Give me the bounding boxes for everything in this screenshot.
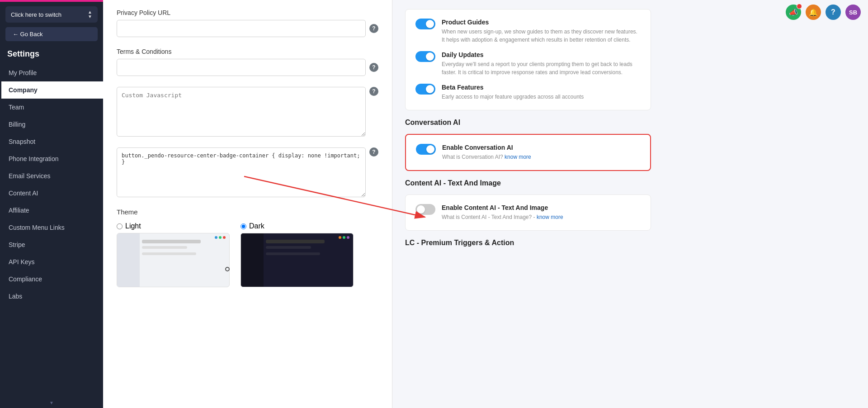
theme-dark-label: Dark: [249, 222, 264, 230]
sidebar-item-my-profile[interactable]: My Profile: [0, 64, 103, 81]
avatar-button[interactable]: SB: [845, 5, 861, 20]
center-column: Privacy Policy URL ? Terms & Conditions …: [103, 0, 392, 408]
beta-features-toggle[interactable]: [415, 84, 435, 95]
conversation-ai-toggle[interactable]: [416, 144, 436, 155]
megaphone-button[interactable]: 📣: [786, 5, 801, 20]
daily-updates-toggle-track[interactable]: [415, 51, 435, 62]
sidebar-item-content-ai[interactable]: Content AI: [0, 185, 103, 202]
theme-light-label: Light: [125, 222, 141, 230]
daily-updates-row: Daily Updates Everyday we'll send a repo…: [415, 51, 641, 76]
top-accent-bar: [0, 0, 103, 2]
content-ai-card: Enable Content AI - Text And Image What …: [405, 195, 651, 231]
theme-dark-option: Dark: [241, 222, 354, 287]
go-back-button[interactable]: ← Go Back: [5, 27, 98, 41]
product-guides-text: Product Guides When new users sign-up, w…: [442, 19, 641, 44]
privacy-policy-label: Privacy Policy URL: [117, 9, 378, 16]
conversation-ai-card: Enable Conversation AI What is Conversat…: [405, 134, 651, 171]
content-ai-title: Enable Content AI - Text And Image: [442, 204, 641, 211]
custom-js-code-textarea[interactable]: button._pendo-resource-center-badge-cont…: [117, 147, 366, 197]
sidebar: Click here to switch ▲▼ ← Go Back Settin…: [0, 0, 103, 408]
sidebar-item-team[interactable]: Team: [0, 99, 103, 116]
bell-button[interactable]: 🔔: [806, 5, 821, 20]
right-column: Product Guides When new users sign-up, w…: [392, 0, 664, 408]
beta-features-title: Beta Features: [442, 84, 641, 91]
beta-features-text: Beta Features Early access to major feat…: [442, 84, 641, 101]
go-back-label: ← Go Back: [13, 31, 42, 38]
product-guides-toggle[interactable]: [415, 19, 435, 29]
daily-updates-text: Daily Updates Everyday we'll send a repo…: [442, 51, 641, 76]
theme-light-preview: [117, 233, 230, 287]
sidebar-item-phone-integration[interactable]: Phone Integration: [0, 150, 103, 167]
conversation-ai-section-title: Conversation AI: [405, 119, 651, 127]
settings-title: Settings: [0, 46, 103, 64]
daily-updates-desc: Everyday we'll send a report to your cli…: [442, 60, 641, 76]
sidebar-item-custom-menu-links[interactable]: Custom Menu Links: [0, 219, 103, 236]
main-content: Privacy Policy URL ? Terms & Conditions …: [103, 0, 868, 408]
custom-js-code-help-icon[interactable]: ?: [369, 147, 378, 157]
sidebar-item-api-keys[interactable]: API Keys: [0, 253, 103, 270]
terms-conditions-label: Terms & Conditions: [117, 48, 378, 55]
scroll-indicator: ▼: [0, 398, 103, 408]
custom-js-help-icon[interactable]: ?: [369, 87, 378, 96]
sidebar-item-affiliate[interactable]: Affiliate: [0, 202, 103, 219]
beta-features-desc: Early access to major feature upgrades a…: [442, 93, 641, 101]
switch-button[interactable]: Click here to switch ▲▼: [5, 6, 98, 23]
sidebar-item-labs[interactable]: Labs: [0, 288, 103, 305]
terms-conditions-help-icon[interactable]: ?: [369, 63, 378, 72]
conversation-ai-desc-text: What is Conversation AI?: [442, 154, 503, 160]
theme-section: Theme Light: [117, 208, 378, 287]
content-ai-text: Enable Content AI - Text And Image What …: [442, 204, 641, 221]
custom-javascript-textarea[interactable]: [117, 87, 366, 137]
product-guides-row: Product Guides When new users sign-up, w…: [415, 19, 641, 44]
conversation-ai-know-more-link[interactable]: know more: [505, 154, 531, 160]
product-guides-desc: When new users sign-up, we show guides t…: [442, 28, 641, 44]
conversation-ai-title: Enable Conversation AI: [442, 144, 640, 151]
daily-updates-title: Daily Updates: [442, 51, 641, 58]
theme-options: Light: [117, 222, 378, 287]
switch-arrows-icon: ▲▼: [88, 10, 92, 19]
theme-label: Theme: [117, 208, 378, 216]
conversation-ai-toggle-track[interactable]: [416, 144, 436, 155]
features-card: Product Guides When new users sign-up, w…: [405, 9, 651, 110]
custom-js-code-section: button._pendo-resource-center-badge-cont…: [117, 147, 378, 197]
content-ai-know-more-link[interactable]: know more: [537, 214, 563, 220]
conversation-ai-desc: What is Conversation AI? know more: [442, 153, 640, 161]
sidebar-item-compliance[interactable]: Compliance: [0, 270, 103, 288]
conversation-ai-text: Enable Conversation AI What is Conversat…: [442, 144, 640, 161]
daily-updates-toggle[interactable]: [415, 51, 435, 62]
sidebar-item-company[interactable]: Company: [0, 81, 103, 99]
sidebar-item-snapshot[interactable]: Snapshot: [0, 133, 103, 150]
conversation-ai-row: Enable Conversation AI What is Conversat…: [416, 144, 640, 161]
sidebar-item-billing[interactable]: Billing: [0, 116, 103, 133]
product-guides-title: Product Guides: [442, 19, 641, 26]
content-ai-toggle[interactable]: [415, 204, 435, 215]
theme-dark-radio[interactable]: [241, 223, 246, 229]
custom-javascript-section: ?: [117, 87, 378, 137]
content-ai-row: Enable Content AI - Text And Image What …: [415, 204, 641, 221]
beta-features-toggle-track[interactable]: [415, 84, 435, 95]
sidebar-nav: My Profile Company Team Billing Snapshot…: [0, 64, 103, 398]
notification-badge: [797, 4, 802, 9]
content-ai-toggle-track[interactable]: [415, 204, 435, 215]
theme-dark-preview: [241, 233, 354, 287]
theme-light-option: Light: [117, 222, 230, 287]
terms-conditions-section: Terms & Conditions ?: [117, 48, 378, 76]
help-button[interactable]: ?: [826, 5, 841, 20]
privacy-policy-section: Privacy Policy URL ?: [117, 9, 378, 37]
terms-conditions-input[interactable]: [117, 59, 366, 76]
beta-features-row: Beta Features Early access to major feat…: [415, 84, 641, 101]
privacy-policy-help-icon[interactable]: ?: [369, 24, 378, 33]
product-guides-toggle-track[interactable]: [415, 19, 435, 29]
switch-label: Click here to switch: [11, 11, 61, 18]
header-icons: 📣 🔔 ? SB: [786, 5, 861, 20]
premium-triggers-section-title: LC - Premium Triggers & Action: [405, 239, 651, 247]
sidebar-item-email-services[interactable]: Email Services: [0, 167, 103, 185]
privacy-policy-input[interactable]: [117, 20, 366, 37]
sidebar-item-stripe[interactable]: Stripe: [0, 236, 103, 253]
content-ai-desc-text: What is Content AI - Text And Image? -: [442, 214, 535, 220]
content-ai-section-title: Content AI - Text And Image: [405, 179, 651, 187]
theme-light-radio[interactable]: [117, 223, 123, 229]
content-ai-desc: What is Content AI - Text And Image? - k…: [442, 213, 641, 221]
